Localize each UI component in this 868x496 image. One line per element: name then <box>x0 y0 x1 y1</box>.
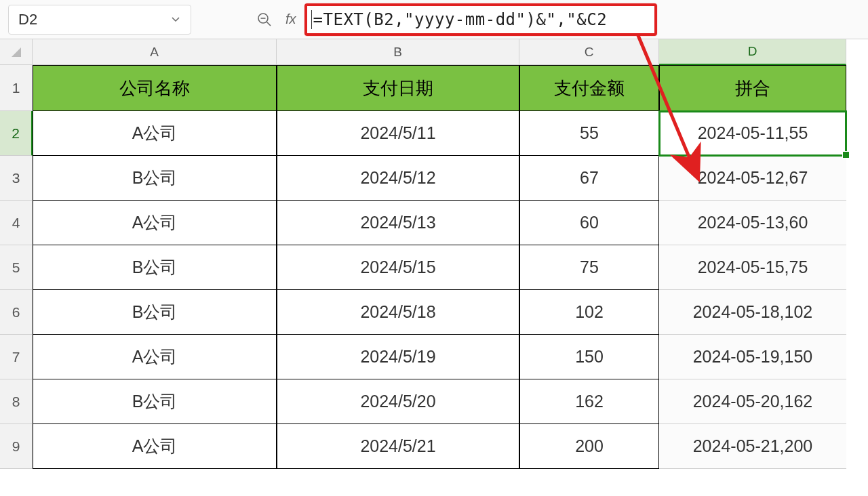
cell-A9[interactable]: A公司 <box>33 424 277 469</box>
cell-A3[interactable]: B公司 <box>33 156 277 201</box>
row-header-8[interactable]: 8 <box>0 379 33 424</box>
cell-A8[interactable]: B公司 <box>33 379 277 424</box>
formula-input[interactable]: =TEXT(B2,"yyyy-mm-dd")&","&C2 <box>304 3 657 36</box>
cell-A6[interactable]: B公司 <box>33 290 277 335</box>
cell-B3[interactable]: 2024/5/12 <box>277 156 519 201</box>
row-header-3[interactable]: 3 <box>0 156 33 201</box>
cell-B9[interactable]: 2024/5/21 <box>277 424 519 469</box>
cell-D6[interactable]: 2024-05-18,102 <box>659 290 846 335</box>
row-header-9[interactable]: 9 <box>0 424 33 469</box>
cell-D7[interactable]: 2024-05-19,150 <box>659 335 846 379</box>
cell-C9[interactable]: 200 <box>519 424 659 469</box>
cell-D3[interactable]: 2024-05-12,67 <box>659 156 846 201</box>
cell-A5[interactable]: B公司 <box>33 245 277 290</box>
header-company[interactable]: 公司名称 <box>33 65 277 111</box>
cell-B5[interactable]: 2024/5/15 <box>277 245 519 290</box>
cell-B6[interactable]: 2024/5/18 <box>277 290 519 335</box>
col-header-D[interactable]: D <box>659 39 846 65</box>
cell-A4[interactable]: A公司 <box>33 201 277 245</box>
cell-D9[interactable]: 2024-05-21,200 <box>659 424 846 469</box>
cell-C5[interactable]: 75 <box>519 245 659 290</box>
header-date[interactable]: 支付日期 <box>277 65 519 111</box>
cell-D5[interactable]: 2024-05-15,75 <box>659 245 846 290</box>
col-header-C[interactable]: C <box>519 39 659 65</box>
cell-C8[interactable]: 162 <box>519 379 659 424</box>
cell-D4[interactable]: 2024-05-13,60 <box>659 201 846 245</box>
cell-C6[interactable]: 102 <box>519 290 659 335</box>
text-cursor <box>311 10 312 29</box>
cell-A2[interactable]: A公司 <box>33 111 277 156</box>
row-header-6[interactable]: 6 <box>0 290 33 335</box>
row-header-4[interactable]: 4 <box>0 201 33 245</box>
fx-label[interactable]: fx <box>285 12 296 27</box>
cell-A7[interactable]: A公司 <box>33 335 277 379</box>
chevron-down-icon[interactable] <box>170 11 181 28</box>
col-header-B[interactable]: B <box>277 39 519 65</box>
cell-C7[interactable]: 150 <box>519 335 659 379</box>
svg-line-1 <box>267 22 271 26</box>
formula-text: =TEXT(B2,"yyyy-mm-dd")&","&C2 <box>313 10 608 29</box>
col-header-A[interactable]: A <box>33 39 277 65</box>
row-header-5[interactable]: 5 <box>0 245 33 290</box>
header-amount[interactable]: 支付金额 <box>519 65 659 111</box>
header-concat[interactable]: 拼合 <box>659 65 846 111</box>
select-all-corner[interactable] <box>0 39 33 65</box>
cell-B4[interactable]: 2024/5/13 <box>277 201 519 245</box>
row-header-7[interactable]: 7 <box>0 335 33 379</box>
cell-reference-box[interactable]: D2 <box>8 5 191 35</box>
cell-B8[interactable]: 2024/5/20 <box>277 379 519 424</box>
zoom-out-icon[interactable] <box>256 11 273 28</box>
cell-C2[interactable]: 55 <box>519 111 659 156</box>
formula-bar: D2 fx =TEXT(B2,"yyyy-mm-dd")&","&C2 <box>0 0 868 39</box>
row-header-1[interactable]: 1 <box>0 65 33 111</box>
spreadsheet-grid[interactable]: A B C D 1 公司名称 支付日期 支付金额 拼合 2 A公司 2024/5… <box>0 39 868 469</box>
cell-D2[interactable]: 2024-05-11,55 <box>659 111 846 156</box>
cell-D8[interactable]: 2024-05-20,162 <box>659 379 846 424</box>
cell-C3[interactable]: 67 <box>519 156 659 201</box>
row-header-2[interactable]: 2 <box>0 111 33 156</box>
cell-B2[interactable]: 2024/5/11 <box>277 111 519 156</box>
cell-reference-text: D2 <box>18 11 37 28</box>
cell-B7[interactable]: 2024/5/19 <box>277 335 519 379</box>
cell-C4[interactable]: 60 <box>519 201 659 245</box>
